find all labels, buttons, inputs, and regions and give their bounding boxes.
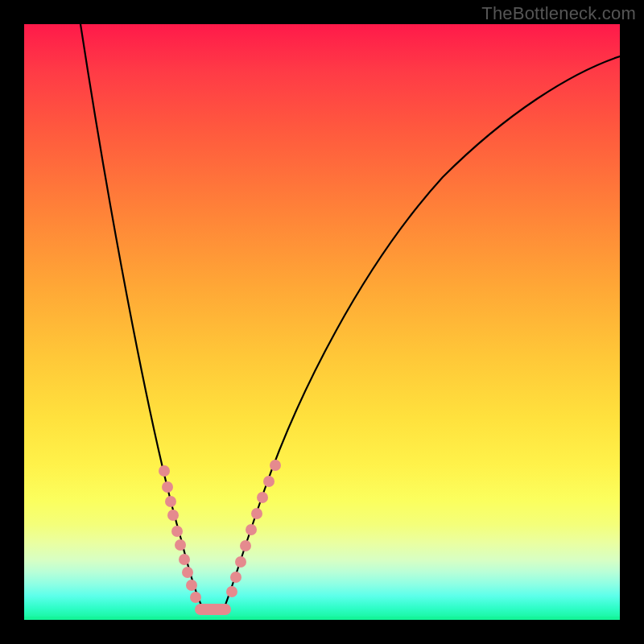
bottleneck-curve — [80, 24, 620, 609]
chart-container: TheBottleneck.com — [0, 0, 644, 644]
plot-area — [24, 24, 620, 620]
marker-dot — [175, 539, 186, 551]
marker-dot — [179, 554, 190, 565]
marker-dot — [246, 524, 257, 535]
marker-dot — [257, 492, 268, 503]
marker-dot — [167, 510, 179, 521]
marker-dot — [182, 567, 193, 578]
baseline — [24, 617, 620, 620]
watermark-text: TheBottleneck.com — [481, 3, 636, 24]
marker-dot — [235, 556, 246, 568]
marker-dot — [162, 481, 173, 493]
marker-dot — [240, 540, 251, 551]
marker-dot — [270, 460, 281, 471]
marker-dot — [171, 526, 183, 537]
marker-dot — [190, 592, 201, 603]
marker-dot — [165, 496, 176, 507]
curve-svg — [24, 24, 620, 620]
marker-dot — [251, 508, 262, 519]
marker-dot — [230, 572, 242, 583]
marker-dot — [186, 580, 197, 591]
marker-dot — [263, 476, 275, 487]
marker-dot — [226, 586, 237, 597]
marker-dot — [159, 465, 170, 477]
